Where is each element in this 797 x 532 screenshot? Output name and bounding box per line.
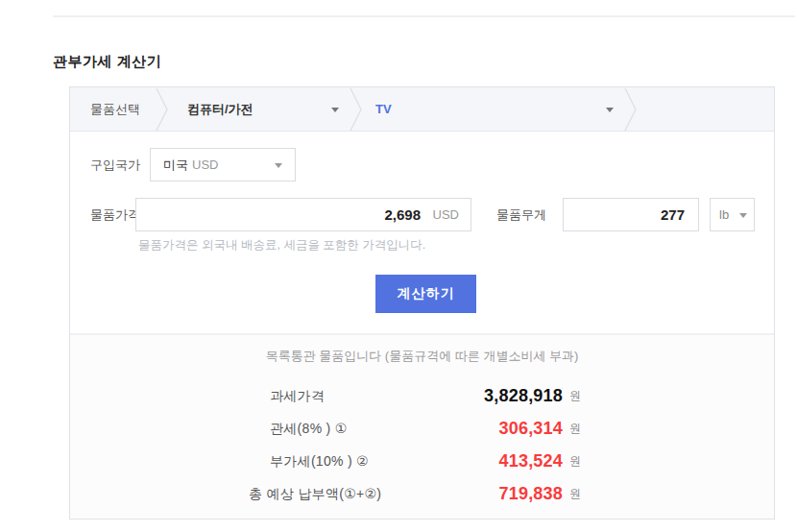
top-divider [53, 15, 795, 17]
result-value: 413,524 [371, 445, 563, 477]
result-label: 관세(8% ) ① [270, 412, 348, 445]
result-rows: 과세가격 3,828,918 원 관세(8% ) ① 306,314 원 부가세… [70, 379, 774, 510]
chevron-separator-icon [155, 87, 170, 132]
category2-value: TV [375, 102, 392, 116]
result-value: 3,828,918 [371, 379, 563, 412]
weight-unit-value: lb [719, 199, 729, 230]
page-title: 관부가세 계산기 [53, 53, 161, 71]
price-label: 물품가격 [90, 198, 140, 231]
category-bar-label: 물품선택 [90, 87, 140, 131]
price-field-wrap: USD [135, 198, 471, 231]
result-unit: 원 [569, 379, 581, 413]
clearance-notice: 목록통관 물품입니다 (물품규격에 따른 개별소비세 부과) [70, 348, 774, 365]
result-value: 306,314 [371, 412, 563, 445]
result-unit: 원 [569, 412, 581, 446]
result-value: 719,838 [371, 477, 563, 510]
calculate-button[interactable]: 계산하기 [375, 275, 476, 313]
chevron-down-icon [606, 108, 614, 112]
chevron-separator-icon [623, 87, 639, 132]
result-row-vat: 부가세(10% ) ② 413,524 원 [70, 445, 774, 477]
category1-value: 컴퓨터/가전 [187, 102, 254, 116]
weight-label: 물품무게 [496, 198, 546, 231]
chevron-down-icon [739, 213, 747, 218]
result-label: 총 예상 납부액(①+②) [249, 477, 381, 510]
calculator-panel: 물품선택 컴퓨터/가전 TV 구입국가 미국USD 물품가격 USD 물품무게 [69, 86, 775, 520]
result-unit: 원 [569, 477, 581, 511]
result-row-total: 총 예상 납부액(①+②) 719,838 원 [70, 477, 774, 510]
country-currency: USD [192, 157, 218, 172]
result-row-taxable-price: 과세가격 3,828,918 원 [70, 379, 774, 412]
country-label: 구입국가 [90, 148, 140, 181]
result-row-duty: 관세(8% ) ① 306,314 원 [70, 412, 774, 445]
country-value: 미국USD [163, 149, 218, 181]
category2-dropdown[interactable]: TV [375, 87, 620, 131]
chevron-separator-icon [349, 87, 364, 132]
category1-dropdown[interactable]: 컴퓨터/가전 [187, 87, 346, 131]
chevron-down-icon [331, 108, 339, 112]
category-bar: 물품선택 컴퓨터/가전 TV [70, 87, 774, 132]
price-helper-text: 물품가격은 외국내 배송료, 세금을 포함한 가격입니다. [138, 237, 425, 254]
price-unit: USD [433, 199, 459, 230]
result-label: 부가세(10% ) ② [270, 445, 369, 477]
price-input[interactable] [136, 199, 471, 230]
weight-input[interactable] [564, 199, 698, 230]
chevron-down-icon [275, 163, 282, 168]
weight-field-wrap [563, 198, 699, 231]
results-panel: 목록통관 물품입니다 (물품규격에 따른 개별소비세 부과) 과세가격 3,82… [70, 333, 774, 519]
result-label: 과세가격 [270, 379, 325, 412]
country-select[interactable]: 미국USD [150, 148, 296, 181]
weight-unit-select[interactable]: lb [710, 198, 755, 231]
result-unit: 원 [569, 445, 581, 478]
